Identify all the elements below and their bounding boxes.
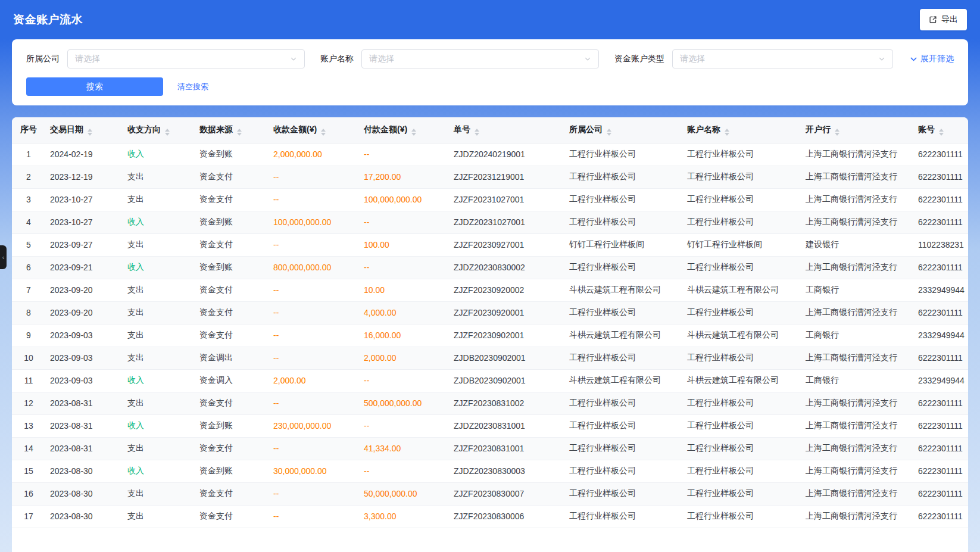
cell-bank: 工商银行 xyxy=(801,369,913,392)
cell-in_amount: -- xyxy=(269,166,359,188)
cell-source: 资金支付 xyxy=(195,505,269,528)
column-header-account[interactable]: 账户名称 xyxy=(682,117,801,143)
column-label: 收支方向 xyxy=(127,124,161,134)
cell-date: 2023-12-19 xyxy=(45,166,123,188)
account-type-select[interactable]: 请选择 xyxy=(672,49,893,68)
cell-no: 7 xyxy=(12,279,45,301)
transactions-table: 序号交易日期收支方向数据来源收款金额(¥)付款金额(¥)单号所属公司账户名称开户… xyxy=(12,117,968,528)
cell-order_no: ZJZF20230831002 xyxy=(449,392,564,414)
table-row: 122023-08-31支出资金支付--500,000,000.00ZJZF20… xyxy=(12,392,968,414)
cell-bank: 上海工商银行漕河泾支行 xyxy=(801,301,913,324)
cell-order_no: ZJZF20230830007 xyxy=(449,482,564,505)
cell-in_amount: -- xyxy=(269,233,359,256)
cell-in_amount: 230,000,000.00 xyxy=(269,414,359,437)
cell-date: 2023-09-03 xyxy=(45,347,123,369)
cell-no: 11 xyxy=(12,369,45,392)
column-header-account_no[interactable]: 账号 xyxy=(913,117,968,143)
account-name-select-placeholder: 请选择 xyxy=(369,54,394,64)
cell-direction: 收入 xyxy=(123,460,195,482)
expand-filters-link[interactable]: 展开筛选 xyxy=(910,54,954,64)
table-row: 22023-12-19支出资金支付--17,200.00ZJZF20231219… xyxy=(12,166,968,188)
cell-no: 15 xyxy=(12,460,45,482)
column-label: 序号 xyxy=(20,124,37,134)
table-row: 52023-09-27支出资金支付--100.00ZJZF20230927001… xyxy=(12,233,968,256)
column-header-in_amount[interactable]: 收款金额(¥) xyxy=(269,117,359,143)
search-button[interactable]: 搜索 xyxy=(26,77,163,96)
cell-account_no: 2332949944 xyxy=(913,279,968,301)
cell-date: 2023-08-31 xyxy=(45,437,123,460)
export-button-label: 导出 xyxy=(941,14,958,25)
cell-in_amount: 2,000.00 xyxy=(269,369,359,392)
cell-source: 资金支付 xyxy=(195,233,269,256)
chevron-down-icon xyxy=(910,55,917,63)
cell-source: 资金调入 xyxy=(195,369,269,392)
cell-direction: 支出 xyxy=(123,188,195,211)
sorter-icon[interactable] xyxy=(475,129,479,136)
cell-in_amount: 2,000,000.00 xyxy=(269,143,359,166)
page-title: 资金账户流水 xyxy=(13,12,83,27)
column-header-date[interactable]: 交易日期 xyxy=(45,117,123,143)
sorter-icon[interactable] xyxy=(321,129,326,136)
cell-in_amount: -- xyxy=(269,324,359,347)
column-header-out_amount[interactable]: 付款金额(¥) xyxy=(359,117,449,143)
sorter-icon[interactable] xyxy=(725,129,729,136)
cell-company: 斗栱云建筑工程有限公司 xyxy=(564,279,682,301)
column-label: 数据来源 xyxy=(199,124,233,134)
cell-account_no: 2332949944 xyxy=(913,369,968,392)
cell-in_amount: -- xyxy=(269,301,359,324)
cell-no: 9 xyxy=(12,324,45,347)
cell-date: 2024-02-19 xyxy=(45,143,123,166)
sorter-icon[interactable] xyxy=(88,129,92,136)
sorter-icon[interactable] xyxy=(607,129,611,136)
cell-source: 资金调出 xyxy=(195,347,269,369)
cell-out_amount: 100,000,000.00 xyxy=(359,188,449,211)
cell-order_no: ZJZF20230927001 xyxy=(449,233,564,256)
sorter-icon[interactable] xyxy=(237,129,242,136)
column-header-direction[interactable]: 收支方向 xyxy=(123,117,195,143)
table-row: 42023-10-27收入资金到账100,000,000.00--ZJDZ202… xyxy=(12,211,968,233)
cell-out_amount: -- xyxy=(359,460,449,482)
clear-search-link[interactable]: 清空搜索 xyxy=(177,82,208,92)
export-button[interactable]: 导出 xyxy=(920,9,967,30)
column-header-bank[interactable]: 开户行 xyxy=(801,117,913,143)
cell-date: 2023-10-27 xyxy=(45,188,123,211)
cell-account_no: 1102238231 xyxy=(913,233,968,256)
cell-source: 资金到账 xyxy=(195,256,269,279)
column-header-company[interactable]: 所属公司 xyxy=(564,117,682,143)
cell-direction: 支出 xyxy=(123,301,195,324)
sorter-icon[interactable] xyxy=(939,129,944,136)
sorter-icon[interactable] xyxy=(411,129,416,136)
cell-no: 10 xyxy=(12,347,45,369)
cell-company: 工程行业样板公司 xyxy=(564,143,682,166)
company-select[interactable]: 请选择 xyxy=(67,49,305,68)
cell-company: 工程行业样板公司 xyxy=(564,188,682,211)
cell-direction: 支出 xyxy=(123,482,195,505)
cell-in_amount: -- xyxy=(269,347,359,369)
cell-source: 资金支付 xyxy=(195,482,269,505)
column-label: 开户行 xyxy=(806,124,831,134)
account-name-select[interactable]: 请选择 xyxy=(361,49,599,68)
cell-company: 斗栱云建筑工程有限公司 xyxy=(564,369,682,392)
sorter-icon[interactable] xyxy=(165,129,170,136)
cell-account: 斗栱云建筑工程有限公司 xyxy=(682,369,801,392)
drawer-collapse-handle[interactable]: ‹ xyxy=(0,245,7,269)
column-header-source[interactable]: 数据来源 xyxy=(195,117,269,143)
table-row: 162023-08-30支出资金支付--50,000,000.00ZJZF202… xyxy=(12,482,968,505)
cell-direction: 收入 xyxy=(123,143,195,166)
company-select-placeholder: 请选择 xyxy=(75,54,100,64)
cell-account_no: 2332949944 xyxy=(913,324,968,347)
column-header-order_no[interactable]: 单号 xyxy=(449,117,564,143)
cell-company: 工程行业样板公司 xyxy=(564,211,682,233)
cell-no: 3 xyxy=(12,188,45,211)
cell-no: 17 xyxy=(12,505,45,528)
cell-in_amount: -- xyxy=(269,279,359,301)
cell-out_amount: -- xyxy=(359,211,449,233)
table-row: 62023-09-21收入资金到账800,000,000.00--ZJDZ202… xyxy=(12,256,968,279)
table-row: 152023-08-30收入资金到账30,000,000.00--ZJDZ202… xyxy=(12,460,968,482)
cell-account_no: 6222301111 xyxy=(913,301,968,324)
cell-no: 6 xyxy=(12,256,45,279)
sorter-icon[interactable] xyxy=(835,129,839,136)
cell-out_amount: 17,200.00 xyxy=(359,166,449,188)
cell-order_no: ZJDZ20231027001 xyxy=(449,211,564,233)
export-icon xyxy=(929,15,937,24)
